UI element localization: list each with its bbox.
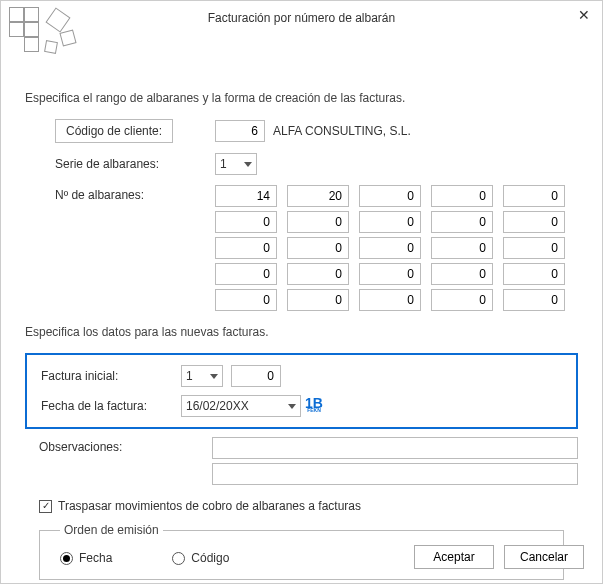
albaran-cell-7[interactable] xyxy=(359,211,421,233)
albaran-cell-24[interactable] xyxy=(503,289,565,311)
traspasar-checkbox[interactable]: ✓ xyxy=(39,500,52,513)
serie-albaranes-select[interactable]: 1 xyxy=(215,153,257,175)
codigo-cliente-input[interactable] xyxy=(215,120,265,142)
albaran-cell-20[interactable] xyxy=(215,289,277,311)
serie-albaranes-label: Serie de albaranes: xyxy=(55,157,215,171)
albaran-cell-3[interactable] xyxy=(431,185,493,207)
albaran-cell-8[interactable] xyxy=(431,211,493,233)
section1-title: Especifica el rango de albaranes y la fo… xyxy=(25,91,578,105)
calendar-icon[interactable]: 1BFEKN xyxy=(301,399,323,412)
albaran-cell-2[interactable] xyxy=(359,185,421,207)
section2-title: Especifica los datos para las nuevas fac… xyxy=(25,325,578,339)
albaran-cell-6[interactable] xyxy=(287,211,349,233)
albaran-cell-14[interactable] xyxy=(503,237,565,259)
albaran-cell-11[interactable] xyxy=(287,237,349,259)
close-icon[interactable]: ✕ xyxy=(578,7,590,23)
albaran-cell-12[interactable] xyxy=(359,237,421,259)
traspasar-label: Traspasar movimientos de cobro de albara… xyxy=(58,499,361,513)
accept-button[interactable]: Aceptar xyxy=(414,545,494,569)
radio-fecha[interactable]: Fecha xyxy=(60,551,112,565)
albaran-cell-1[interactable] xyxy=(287,185,349,207)
albaran-cell-4[interactable] xyxy=(503,185,565,207)
factura-numero-input[interactable] xyxy=(231,365,281,387)
cliente-nombre: ALFA CONSULTING, S.L. xyxy=(265,124,411,138)
albaran-cell-16[interactable] xyxy=(287,263,349,285)
chevron-down-icon xyxy=(244,162,252,167)
codigo-cliente-label: Código de cliente: xyxy=(55,119,173,143)
cancel-button[interactable]: Cancelar xyxy=(504,545,584,569)
num-albaranes-label: Nº de albaranes: xyxy=(55,185,215,202)
albaran-cell-22[interactable] xyxy=(359,289,421,311)
window-title: Facturación por número de albarán xyxy=(1,11,602,25)
albaran-cell-23[interactable] xyxy=(431,289,493,311)
albaran-cell-0[interactable] xyxy=(215,185,277,207)
chevron-down-icon xyxy=(210,374,218,379)
nueva-factura-frame: Factura inicial: 1 Fecha de la factura: … xyxy=(25,353,578,429)
factura-inicial-label: Factura inicial: xyxy=(41,369,181,383)
albaran-cell-15[interactable] xyxy=(215,263,277,285)
observaciones-label: Observaciones: xyxy=(39,437,212,454)
observaciones-line1[interactable] xyxy=(212,437,578,459)
radio-codigo[interactable]: Código xyxy=(172,551,229,565)
albaran-cell-5[interactable] xyxy=(215,211,277,233)
albaran-cell-17[interactable] xyxy=(359,263,421,285)
albaran-cell-18[interactable] xyxy=(431,263,493,285)
albaran-cell-19[interactable] xyxy=(503,263,565,285)
albaran-cell-13[interactable] xyxy=(431,237,493,259)
albaran-cell-21[interactable] xyxy=(287,289,349,311)
fecha-factura-label: Fecha de la factura: xyxy=(41,399,181,413)
fecha-factura-select[interactable]: 16/02/20XX xyxy=(181,395,301,417)
albaranes-grid xyxy=(215,185,565,311)
observaciones-line2[interactable] xyxy=(212,463,578,485)
chevron-down-icon xyxy=(288,404,296,409)
orden-emision-legend: Orden de emisión xyxy=(60,523,163,537)
albaran-cell-10[interactable] xyxy=(215,237,277,259)
factura-serie-select[interactable]: 1 xyxy=(181,365,223,387)
albaran-cell-9[interactable] xyxy=(503,211,565,233)
